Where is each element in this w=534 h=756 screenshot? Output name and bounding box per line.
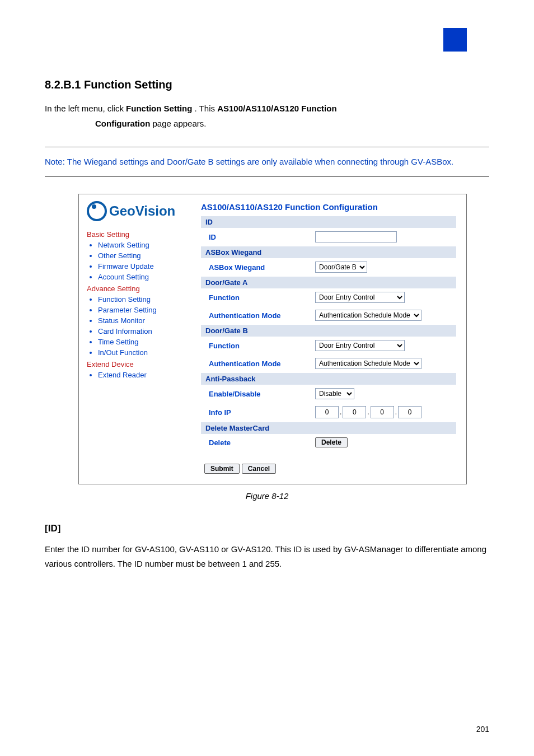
figure-label: Figure 8-12 bbox=[45, 491, 489, 501]
page-number: 201 bbox=[476, 725, 489, 734]
band-gate-a: Door/Gate A bbox=[201, 277, 456, 288]
wiegand-select[interactable]: Door/Gate B bbox=[315, 262, 367, 273]
config-panel: GeoVision Basic Setting Network Setting … bbox=[78, 194, 467, 484]
anti-passback-select[interactable]: Disable bbox=[315, 388, 354, 399]
sidebar-item-time[interactable]: Time Setting bbox=[98, 338, 193, 346]
sidebar-item-network[interactable]: Network Setting bbox=[98, 241, 193, 249]
label-id: ID bbox=[209, 233, 315, 241]
label-function-a: Function bbox=[209, 293, 315, 302]
sidebar-item-function[interactable]: Function Setting bbox=[98, 295, 193, 304]
label-wiegand: ASBox Wiegand bbox=[209, 263, 315, 272]
intro-line: In the left menu, click Function Setting… bbox=[45, 102, 489, 115]
note-block: Note: The Wiegand settings and Door/Gate… bbox=[45, 147, 489, 177]
band-id: ID bbox=[201, 216, 456, 228]
sidebar-item-card[interactable]: Card Information bbox=[98, 327, 193, 335]
sidebar-cat-extend: Extend Device bbox=[87, 360, 193, 368]
sidebar-item-extend-reader[interactable]: Extend Reader bbox=[98, 371, 193, 379]
sidebar-item-status[interactable]: Status Monitor bbox=[98, 316, 193, 325]
logo: GeoVision bbox=[87, 201, 193, 221]
sidebar-item-account[interactable]: Account Setting bbox=[98, 273, 193, 281]
auth-a-select[interactable]: Authentication Schedule Mode bbox=[315, 310, 421, 321]
sidebar-item-parameter[interactable]: Parameter Setting bbox=[98, 306, 193, 314]
intro-line2: Configuration page appears. bbox=[95, 118, 489, 130]
section-heading: 8.2.B.1 Function Setting bbox=[45, 78, 489, 91]
submit-button[interactable]: Submit bbox=[204, 464, 240, 474]
sidebar-item-inout[interactable]: In/Out Function bbox=[98, 348, 193, 357]
body-para: Enter the ID number for GV-AS100, GV-AS1… bbox=[45, 542, 489, 571]
band-anti-passback: Anti-Passback bbox=[201, 373, 456, 385]
sidebar-cat-basic: Basic Setting bbox=[87, 230, 193, 239]
ip-octet-1[interactable] bbox=[315, 406, 339, 418]
page-title: AS100/AS110/AS120 Function Configuration bbox=[201, 202, 456, 212]
chapter-marker: 8 bbox=[443, 28, 467, 52]
label-delete: Delete bbox=[209, 438, 315, 447]
band-delete-master: Delete MasterCard bbox=[201, 422, 456, 434]
delete-button[interactable]: Delete bbox=[315, 437, 348, 447]
sidebar-cat-advance: Advance Setting bbox=[87, 284, 193, 293]
ip-octet-3[interactable] bbox=[371, 406, 394, 418]
label-infoip: Info IP bbox=[209, 408, 315, 417]
ip-octet-2[interactable] bbox=[343, 406, 366, 418]
band-wiegand: ASBox Wiegand bbox=[201, 246, 456, 258]
auth-b-select[interactable]: Authentication Schedule Mode bbox=[315, 358, 421, 369]
ip-octet-4[interactable] bbox=[398, 406, 421, 418]
function-a-select[interactable]: Door Entry Control bbox=[315, 292, 405, 303]
id-input[interactable] bbox=[315, 231, 397, 242]
logo-icon bbox=[87, 201, 107, 221]
sub-head-id: [ID] bbox=[45, 523, 489, 534]
config-main: AS100/AS110/AS120 Function Configuration… bbox=[196, 194, 466, 484]
sidebar: GeoVision Basic Setting Network Setting … bbox=[79, 194, 196, 484]
function-b-select[interactable]: Door Entry Control bbox=[315, 340, 405, 351]
logo-text: GeoVision bbox=[109, 203, 175, 219]
label-auth-b: Authentication Mode bbox=[209, 360, 315, 368]
cancel-button[interactable]: Cancel bbox=[242, 464, 276, 474]
band-gate-b: Door/Gate B bbox=[201, 325, 456, 337]
label-auth-a: Authentication Mode bbox=[209, 311, 315, 320]
label-enable: Enable/Disable bbox=[209, 390, 315, 398]
sidebar-item-other[interactable]: Other Setting bbox=[98, 251, 193, 260]
sidebar-item-firmware[interactable]: Firmware Update bbox=[98, 262, 193, 270]
label-function-b: Function bbox=[209, 342, 315, 350]
